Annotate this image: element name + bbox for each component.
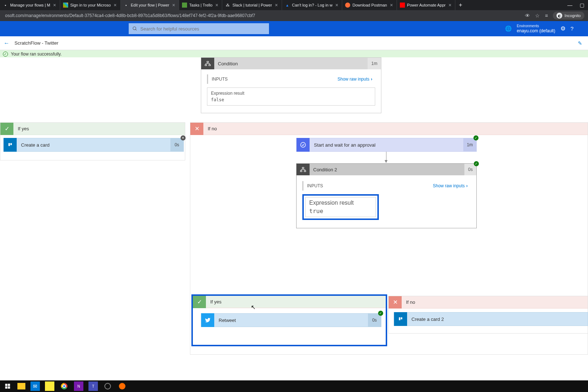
address-icons: 👁 ☆ ≡ ◐Incognito	[525, 12, 584, 20]
tab-title: Power Automate Appr	[407, 3, 446, 7]
trello-icon	[4, 138, 17, 152]
condition-card[interactable]: Condition 1m INPUTS Show raw inputs › Ex…	[201, 57, 381, 113]
tab-title: Manage your flows | M	[10, 3, 50, 7]
retweet-action[interactable]: Retweet 0s ✓	[201, 313, 381, 327]
flow-canvas[interactable]: Condition 1m INPUTS Show raw inputs › Ex…	[0, 57, 588, 380]
branch-title: If yes	[206, 299, 221, 305]
minimize-button[interactable]: —	[567, 2, 572, 8]
trello-icon	[394, 312, 407, 326]
tab-close-icon[interactable]: ×	[274, 2, 278, 8]
cross-icon: ✕	[190, 123, 203, 135]
file-explorer-icon[interactable]	[17, 383, 25, 389]
condition-header[interactable]: Condition 1m	[201, 58, 381, 69]
edit-button[interactable]: ✎	[578, 40, 584, 46]
favicon: ▪	[3, 3, 8, 8]
back-button[interactable]: ←	[4, 40, 9, 46]
tab-close-icon[interactable]: ×	[389, 2, 394, 8]
environment-icon[interactable]: 🌐	[505, 25, 512, 32]
svg-rect-24	[8, 384, 10, 386]
settings-icon[interactable]: ⚙	[560, 25, 566, 32]
duration-badge: 0s	[368, 314, 381, 327]
svg-rect-3	[205, 65, 207, 66]
favicon	[400, 3, 405, 8]
inputs-label: INPUTS	[307, 183, 323, 188]
tab-close-icon[interactable]: ×	[171, 2, 176, 8]
duration-badge: 0s	[170, 138, 183, 151]
sticky-notes-icon[interactable]	[45, 381, 54, 391]
windows-taskbar: ✉ N T	[0, 380, 588, 392]
approval-action[interactable]: Start and wait for an approval 1m ✓	[296, 138, 477, 152]
duration-badge: 1m	[368, 58, 381, 69]
favicon	[182, 3, 187, 8]
tracking-icon[interactable]: 👁	[525, 13, 530, 19]
branch-header[interactable]: ✕ If no	[190, 123, 588, 135]
branch-header[interactable]: ✓ If yes	[0, 123, 185, 135]
address-bar[interactable]: osoft.com/manage/environments/Default-37…	[0, 10, 588, 21]
start-button[interactable]	[3, 381, 12, 391]
new-tab-button[interactable]: +	[455, 2, 465, 8]
branch-header[interactable]: ✕ If no	[389, 296, 588, 309]
success-status-icon: ✓	[378, 311, 383, 316]
tab-close-icon[interactable]: ×	[335, 2, 339, 8]
show-raw-inputs-link[interactable]: Show raw inputs ›	[433, 183, 468, 188]
expression-value: false	[211, 97, 371, 102]
favicon: ⁂	[225, 3, 230, 8]
success-status-icon: ✓	[474, 161, 479, 166]
search-input[interactable]	[140, 26, 265, 32]
svg-rect-23	[5, 384, 7, 386]
teams-icon[interactable]: T	[88, 381, 98, 391]
if-no-branch-nested[interactable]: ✕ If no Create a card 2	[388, 296, 588, 334]
browser-tab[interactable]: Download Postman×	[342, 0, 397, 10]
favicon: ▲	[285, 3, 290, 8]
if-yes-branch-nested[interactable]: ✓ If yes Retweet 0s ✓	[191, 294, 387, 346]
search-box[interactable]	[129, 23, 269, 34]
browser-tab[interactable]: ⁂Slack | tutorial | Power×	[222, 0, 282, 10]
maximize-button[interactable]: ▢	[580, 2, 584, 8]
svg-rect-11	[11, 143, 12, 145]
browser-tab[interactable]: ▪Manage your flows | M×	[0, 0, 60, 10]
bookmark-icon[interactable]: ☆	[535, 13, 540, 19]
browser-tab[interactable]: Sign in to your Microso×	[60, 0, 121, 10]
create-card-action[interactable]: Create a card 0s ✕	[3, 138, 184, 152]
environment-text[interactable]: Environments enayu.com (default)	[517, 24, 555, 33]
success-message: Your flow ran successfully.	[11, 52, 62, 57]
favicon	[345, 3, 350, 8]
show-raw-inputs-link[interactable]: Show raw inputs ›	[338, 77, 372, 82]
onenote-icon[interactable]: N	[74, 381, 83, 391]
inputs-row: INPUTS Show raw inputs ›	[207, 74, 375, 84]
browser-tab[interactable]: ▲Can't log in? - Log in w×	[282, 0, 343, 10]
approval-icon	[297, 138, 310, 152]
condition2-card[interactable]: Condition 2 0s ✓ INPUTS Show raw inputs …	[296, 163, 477, 228]
if-no-branch[interactable]: ✕ If no Start and wait for an approval 1…	[190, 122, 588, 355]
condition-header[interactable]: Condition 2 0s ✓	[297, 164, 476, 175]
svg-rect-10	[8, 143, 10, 146]
if-yes-branch[interactable]: ✓ If yes Create a card 0s ✕	[0, 122, 185, 160]
expression-label: Expression result	[309, 200, 354, 206]
tab-close-icon[interactable]: ×	[113, 2, 117, 8]
mail-icon[interactable]: ✉	[30, 381, 40, 391]
chrome-icon[interactable]	[59, 381, 69, 391]
svg-rect-2	[207, 61, 209, 62]
branch-header[interactable]: ✓ If yes	[193, 296, 386, 308]
reading-list-icon[interactable]: ≡	[545, 13, 548, 19]
tab-close-icon[interactable]: ×	[52, 2, 57, 8]
check-icon: ✓	[193, 296, 206, 308]
skipped-status-icon: ✕	[181, 135, 186, 140]
app-icon[interactable]	[117, 381, 127, 391]
condition-body: INPUTS Show raw inputs › Expression resu…	[297, 175, 476, 228]
branch-title: If no	[203, 126, 217, 131]
help-icon[interactable]: ?	[571, 25, 573, 32]
browser-tab[interactable]: Tasks | Trello×	[179, 0, 222, 10]
tab-close-icon[interactable]: ×	[448, 2, 452, 8]
tab-close-icon[interactable]: ×	[215, 2, 219, 8]
action-title: Start and wait for an approval	[310, 142, 463, 148]
create-card2-action[interactable]: Create a card 2	[394, 312, 588, 326]
favicon: ▪	[124, 3, 129, 8]
env-value: enayu.com (default)	[517, 28, 555, 33]
browser-tab[interactable]: ▪Edit your flow | Power×	[121, 0, 179, 10]
browser-tab[interactable]: Power Automate Appr×	[397, 0, 456, 10]
condition-body: INPUTS Show raw inputs › Expression resu…	[201, 69, 381, 113]
obs-icon[interactable]	[103, 381, 112, 391]
tab-strip: ▪Manage your flows | M× Sign in to your …	[0, 0, 588, 10]
svg-line-1	[136, 29, 137, 30]
